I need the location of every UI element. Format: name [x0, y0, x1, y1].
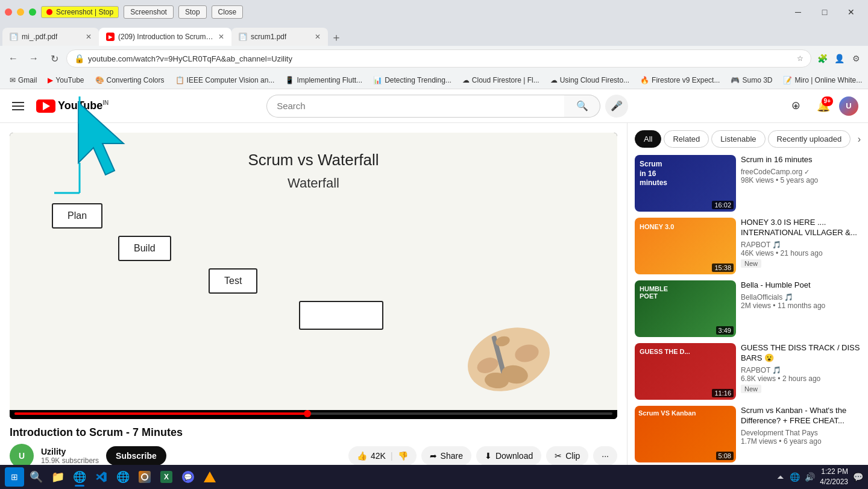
bookmark-miro-label: Miro | Online White... — [794, 76, 862, 84]
play-button[interactable]: ▶ — [14, 418, 28, 419]
hamburger-menu-icon[interactable] — [10, 99, 27, 113]
more-actions-button[interactable]: ··· — [593, 446, 617, 465]
download-button[interactable]: ⬇ Download — [476, 446, 541, 465]
bookmark-colors-icon: 🎨 — [95, 76, 104, 84]
taskbar-discord-icon[interactable]: 💬 — [178, 467, 198, 487]
video-player[interactable]: Scrum vs Waterfall Waterfall Plan Build … — [10, 133, 617, 419]
tab-close-youtube[interactable]: ✕ — [218, 33, 224, 41]
back-button[interactable]: ← — [5, 50, 22, 67]
taskbar-network-icon[interactable]: 🌐 — [790, 472, 800, 482]
sidebar-tab-related[interactable]: Related — [664, 130, 709, 148]
forward-button[interactable]: → — [25, 50, 42, 67]
clip-icon: ✂ — [555, 451, 562, 461]
tab-pdf2[interactable]: 📄 scrum1.pdf ✕ — [231, 28, 328, 46]
svg-point-8 — [500, 363, 530, 385]
bookmark-miro[interactable]: 📝 Miro | Online White... — [778, 73, 867, 87]
tab-title-youtube: (209) Introduction to Scrum - 7 M... — [118, 33, 215, 41]
bookmark-colors-label: Converting Colors — [107, 76, 165, 84]
channel-avatar[interactable]: U — [10, 444, 34, 468]
sidebar-tab-recent[interactable]: Recently uploaded — [768, 130, 851, 148]
taskbar-time: 1:22 PM — [820, 467, 848, 477]
controls-row: ▶ ⏭ 🔊 3:47 / 7:51 CC ⚙ ⊡ ▭ ⛶ — [14, 418, 612, 419]
tab-close-pdf1[interactable]: ✕ — [86, 33, 92, 41]
volume-button[interactable]: 🔊 — [53, 418, 71, 419]
sidebar-tab-all[interactable]: All — [635, 130, 661, 148]
bookmark-firestore3[interactable]: 🔥 Firestore v9 Expect... — [635, 73, 725, 87]
user-avatar[interactable]: U — [839, 96, 858, 116]
screenshot-button[interactable]: Screenshot — [124, 5, 174, 19]
taskbar-vscode-icon[interactable] — [92, 467, 111, 487]
wf-build-box: Build — [118, 236, 171, 261]
bookmark-firestore1[interactable]: ☁ Cloud Firestore | Fl... — [458, 73, 544, 87]
rec-item-honey[interactable]: HONEY 3.0 15:38 HONEY 3.0 IS HERE .... I… — [635, 218, 861, 274]
win-restore-icon[interactable]: □ — [813, 5, 837, 19]
bookmark-trending-icon: 📊 — [373, 76, 382, 84]
stop-button[interactable]: Stop — [178, 5, 207, 19]
sidebar-tabs-arrow[interactable]: › — [858, 134, 861, 145]
notification-badge: 9+ — [822, 96, 833, 106]
reload-button[interactable]: ↻ — [46, 50, 63, 67]
close-button[interactable]: Close — [212, 5, 244, 19]
notifications-icon[interactable]: 🔔 9+ — [813, 95, 834, 117]
taskbar-up-arrow[interactable]: ⏶ — [776, 472, 785, 482]
taskbar-notification-icon[interactable]: 💬 — [853, 472, 863, 482]
sidebar-tab-listenable[interactable]: Listenable — [711, 130, 765, 148]
clip-button[interactable]: ✂ Clip — [546, 446, 588, 465]
video-title: Introduction to Scrum - 7 Minutes — [10, 426, 617, 439]
bookmark-ieee[interactable]: 📋 IEEE Computer Vision an... — [171, 73, 280, 87]
bookmark-gmail[interactable]: ✉ Gmail — [5, 73, 42, 87]
search-input[interactable] — [266, 95, 564, 118]
bookmark-colors[interactable]: 🎨 Converting Colors — [90, 73, 169, 87]
rec-thumb-text-poet: HUMBLEPOET — [635, 280, 736, 304]
rec-item-kanban[interactable]: Scrum VS Kanban 5:08 Scrum vs Kanban - W… — [635, 406, 861, 462]
bookmark-trending-label: Detecting Trending... — [385, 76, 451, 84]
wf-plan-row: Plan — [40, 203, 587, 229]
tabs-bar: 📄 mi_.pdf.pdf ✕ ▶ (209) Introduction to … — [0, 24, 868, 46]
profiles-icon[interactable]: 👤 — [832, 51, 846, 66]
taskbar-clock[interactable]: 1:22 PM 4/2/2023 — [820, 467, 848, 487]
rec-info-poet: Bella - Humble Poet BellaOfficials 🎵 2M … — [741, 280, 861, 337]
subscribe-button[interactable]: Subscribe — [106, 446, 166, 465]
rec-item-diss[interactable]: GUESS THE D... 11:16 GUESS THE DISS TRAC… — [635, 343, 861, 400]
next-button[interactable]: ⏭ — [33, 419, 48, 420]
taskbar-browser-icon[interactable]: 🌐 — [70, 467, 89, 487]
taskbar-volume-icon[interactable]: 🔊 — [805, 472, 815, 482]
taskbar-excel-icon[interactable]: X — [157, 467, 176, 487]
tab-pdf1[interactable]: 📄 mi_.pdf.pdf ✕ — [2, 28, 99, 46]
taskbar-vlc-icon[interactable] — [200, 467, 219, 487]
youtube-logo[interactable]: YouTubeIN — [36, 99, 108, 113]
new-tab-button[interactable]: ＋ — [328, 29, 345, 46]
extensions-icon[interactable]: 🧩 — [815, 51, 829, 66]
taskbar-chrome-icon[interactable]: 🌐 — [113, 467, 133, 487]
bookmark-trending[interactable]: 📊 Detecting Trending... — [368, 73, 456, 87]
settings-icon[interactable]: ⚙ — [849, 51, 863, 66]
like-button[interactable]: 👍 42K | 👎 — [348, 446, 417, 465]
share-button[interactable]: ➦ Share — [421, 446, 471, 465]
bookmark-flutter[interactable]: 📱 Implementing Flutt... — [280, 73, 367, 87]
search-button[interactable]: 🔍 — [564, 95, 600, 118]
tab-close-pdf2[interactable]: ✕ — [315, 33, 321, 41]
rec-title-kanban: Scrum vs Kanban - What's the Difference?… — [741, 406, 861, 426]
create-video-icon[interactable] — [786, 95, 808, 117]
divider: | — [391, 451, 393, 461]
rec-item-scrum16[interactable]: Scrumin 16minutes 16:02 Scrum in 16 minu… — [635, 155, 861, 212]
youtube-region-text: IN — [102, 99, 108, 106]
taskbar-search-icon[interactable]: 🔍 — [27, 467, 46, 487]
url-bar[interactable]: 🔒 youtube.com/watch?v=9HyCLR0TqFA&ab_cha… — [66, 49, 811, 68]
progress-bar[interactable] — [14, 412, 612, 415]
taskbar-blender-icon[interactable] — [135, 467, 154, 487]
blender-circle — [141, 473, 148, 481]
bookmark-youtube[interactable]: ▶ YouTube — [43, 73, 89, 87]
win-minimize-icon[interactable]: ─ — [786, 5, 810, 19]
window-close-btn[interactable] — [5, 8, 12, 16]
window-max-btn[interactable] — [29, 8, 36, 16]
tab-youtube[interactable]: ▶ (209) Introduction to Scrum - 7 M... ✕ — [99, 28, 231, 46]
voice-search-button[interactable]: 🎤 — [605, 95, 628, 118]
taskbar-files-icon[interactable]: 📁 — [48, 467, 68, 487]
window-min-btn[interactable] — [17, 8, 24, 16]
bookmark-firestore2[interactable]: ☁ Using Cloud Firesto... — [546, 73, 634, 87]
rec-item-poet[interactable]: HUMBLEPOET 3:49 Bella - Humble Poet Bell… — [635, 280, 861, 337]
win-close-icon[interactable]: ✕ — [839, 5, 863, 19]
bookmark-sumo[interactable]: 🎮 Sumo 3D — [726, 73, 777, 87]
start-button[interactable]: ⊞ — [5, 467, 24, 487]
